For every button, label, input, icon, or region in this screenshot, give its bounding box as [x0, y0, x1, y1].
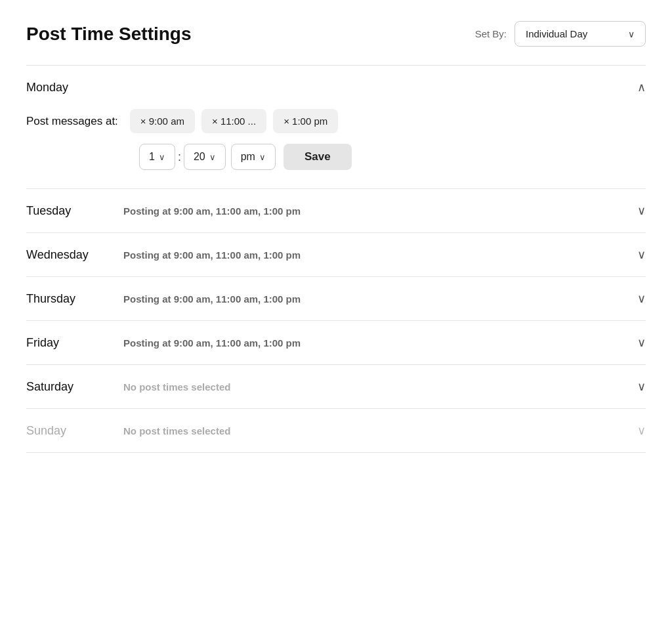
- wednesday-summary: Posting at 9:00 am, 11:00 am, 1:00 pm: [123, 249, 637, 261]
- day-section-monday: Monday ∧ Post messages at: × 9:00 am × 1…: [26, 66, 646, 189]
- thursday-label: Thursday: [26, 292, 118, 306]
- save-button[interactable]: Save: [284, 144, 352, 170]
- tuesday-summary: Posting at 9:00 am, 11:00 am, 1:00 pm: [123, 205, 637, 217]
- page-header: Post Time Settings Set By: Individual Da…: [26, 21, 646, 47]
- friday-chevron-icon: ∨: [637, 335, 646, 350]
- set-by-container: Set By: Individual Day ∨: [475, 21, 646, 47]
- wednesday-chevron-icon: ∨: [637, 247, 646, 262]
- day-section-wednesday: Wednesday Posting at 9:00 am, 11:00 am, …: [26, 233, 646, 277]
- hour-value: 1: [149, 151, 155, 163]
- time-chip-11am[interactable]: × 11:00 ...: [201, 109, 266, 133]
- friday-header[interactable]: Friday Posting at 9:00 am, 11:00 am, 1:0…: [26, 321, 646, 364]
- day-section-sunday: Sunday No post times selected ∨: [26, 409, 646, 453]
- thursday-chevron-icon: ∨: [637, 291, 646, 306]
- day-section-thursday: Thursday Posting at 9:00 am, 11:00 am, 1…: [26, 277, 646, 321]
- post-messages-row: Post messages at: × 9:00 am × 11:00 ... …: [26, 109, 646, 133]
- day-section-friday: Friday Posting at 9:00 am, 11:00 am, 1:0…: [26, 321, 646, 365]
- friday-label: Friday: [26, 336, 118, 350]
- ampm-value: pm: [241, 151, 255, 163]
- minute-dropdown[interactable]: 20 ∨: [184, 144, 226, 170]
- tuesday-label: Tuesday: [26, 204, 118, 218]
- time-input-row: 1 ∨ : 20 ∨ pm ∨ Save: [139, 144, 646, 170]
- monday-expanded-content: Post messages at: × 9:00 am × 11:00 ... …: [26, 109, 646, 188]
- colon-separator: :: [175, 150, 184, 164]
- time-chip-11am-label: × 11:00 ...: [212, 116, 256, 127]
- monday-header[interactable]: Monday ∧: [26, 66, 646, 109]
- chevron-down-icon: ∨: [628, 29, 635, 39]
- time-chip-9am[interactable]: × 9:00 am: [130, 109, 195, 133]
- friday-summary: Posting at 9:00 am, 11:00 am, 1:00 pm: [123, 337, 637, 349]
- wednesday-header[interactable]: Wednesday Posting at 9:00 am, 11:00 am, …: [26, 233, 646, 276]
- tuesday-chevron-icon: ∨: [637, 203, 646, 218]
- saturday-header[interactable]: Saturday No post times selected ∨: [26, 365, 646, 408]
- sunday-header[interactable]: Sunday No post times selected ∨: [26, 409, 646, 452]
- time-chip-1pm[interactable]: × 1:00 pm: [273, 109, 338, 133]
- set-by-label: Set By:: [475, 28, 507, 39]
- hour-chevron-icon: ∨: [159, 152, 165, 162]
- page-title: Post Time Settings: [26, 24, 192, 45]
- set-by-value: Individual Day: [526, 28, 587, 39]
- time-chip-9am-label: × 9:00 am: [140, 116, 184, 127]
- sunday-chevron-icon: ∨: [637, 423, 646, 438]
- monday-label: Monday: [26, 81, 118, 95]
- time-chip-1pm-label: × 1:00 pm: [284, 116, 327, 127]
- minute-value: 20: [194, 151, 205, 163]
- post-messages-label: Post messages at:: [26, 115, 118, 128]
- thursday-summary: Posting at 9:00 am, 11:00 am, 1:00 pm: [123, 293, 637, 305]
- saturday-chevron-icon: ∨: [637, 379, 646, 394]
- sunday-summary: No post times selected: [123, 425, 637, 436]
- time-input-group: 1 ∨ : 20 ∨ pm ∨: [139, 144, 276, 170]
- saturday-summary: No post times selected: [123, 381, 637, 393]
- monday-chevron-icon: ∧: [637, 80, 646, 95]
- ampm-dropdown[interactable]: pm ∨: [231, 144, 276, 170]
- thursday-header[interactable]: Thursday Posting at 9:00 am, 11:00 am, 1…: [26, 277, 646, 320]
- ampm-chevron-icon: ∨: [259, 152, 266, 162]
- wednesday-label: Wednesday: [26, 248, 118, 262]
- day-section-tuesday: Tuesday Posting at 9:00 am, 11:00 am, 1:…: [26, 189, 646, 233]
- hour-dropdown[interactable]: 1 ∨: [139, 144, 175, 170]
- tuesday-header[interactable]: Tuesday Posting at 9:00 am, 11:00 am, 1:…: [26, 189, 646, 232]
- sunday-label: Sunday: [26, 424, 118, 438]
- day-section-saturday: Saturday No post times selected ∨: [26, 365, 646, 409]
- minute-chevron-icon: ∨: [209, 152, 216, 162]
- set-by-dropdown[interactable]: Individual Day ∨: [514, 21, 646, 47]
- saturday-label: Saturday: [26, 380, 118, 394]
